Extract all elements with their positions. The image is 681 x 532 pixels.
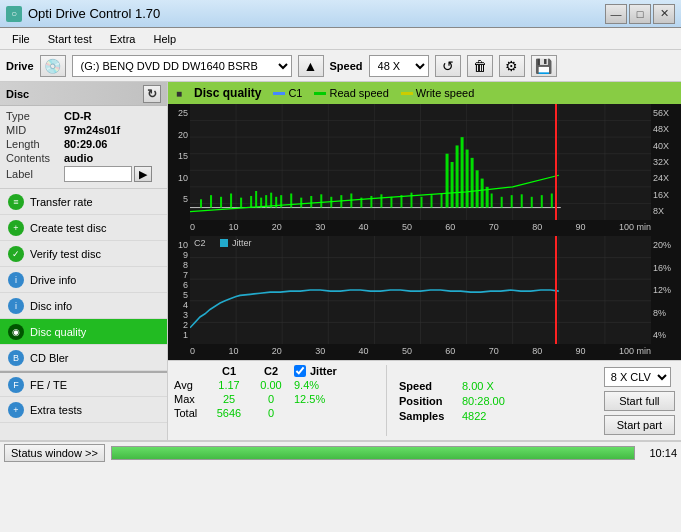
disc-mid-row: MID 97m24s01f bbox=[6, 124, 161, 136]
stats-header-row: C1 C2 Jitter bbox=[174, 365, 374, 377]
settings-button[interactable]: ⚙ bbox=[499, 55, 525, 77]
sidebar-item-verify-test-disc[interactable]: ✓ Verify test disc bbox=[0, 241, 167, 267]
legend-write-dot bbox=[401, 92, 413, 95]
status-bar: Status window >> 10:14 bbox=[0, 440, 681, 464]
svg-rect-28 bbox=[290, 193, 292, 207]
disc-info-icon: i bbox=[8, 298, 24, 314]
sidebar-item-cd-bler[interactable]: B CD Bler bbox=[0, 345, 167, 371]
speed-val: 8.00 X bbox=[462, 380, 494, 392]
drive-select[interactable]: (G:) BENQ DVD DD DW1640 BSRB bbox=[72, 55, 292, 77]
jitter-header: Jitter bbox=[310, 365, 337, 377]
verify-test-disc-label: Verify test disc bbox=[30, 248, 101, 260]
close-button[interactable]: ✕ bbox=[653, 4, 675, 24]
sidebar: Disc ↻ Type CD-R MID 97m24s01f Length 80… bbox=[0, 82, 168, 440]
cd-bler-label: CD Bler bbox=[30, 352, 69, 364]
top-chart-canvas bbox=[190, 104, 651, 220]
bottom-red-line bbox=[555, 236, 557, 344]
maximize-button[interactable]: □ bbox=[629, 4, 651, 24]
main-content: Disc ↻ Type CD-R MID 97m24s01f Length 80… bbox=[0, 82, 681, 440]
sidebar-item-extra-tests[interactable]: + Extra tests bbox=[0, 397, 167, 423]
transfer-rate-icon: ≡ bbox=[8, 194, 24, 210]
svg-rect-54 bbox=[501, 197, 503, 208]
sidebar-item-transfer-rate[interactable]: ≡ Transfer rate bbox=[0, 189, 167, 215]
max-label: Max bbox=[174, 393, 206, 405]
save-button[interactable]: 💾 bbox=[531, 55, 557, 77]
bottom-y-axis: 10 9 8 7 6 5 4 3 2 1 bbox=[168, 236, 190, 344]
transfer-rate-label: Transfer rate bbox=[30, 196, 93, 208]
samples-val: 4822 bbox=[462, 410, 486, 422]
top-x-labels: 0 10 20 30 40 50 60 70 80 90 100 min bbox=[190, 220, 651, 236]
jitter-checkbox[interactable] bbox=[294, 365, 306, 377]
sidebar-item-drive-info[interactable]: i Drive info bbox=[0, 267, 167, 293]
chart-header: ■ Disc quality C1 Read speed Write speed bbox=[168, 82, 681, 104]
refresh-button[interactable]: ↺ bbox=[435, 55, 461, 77]
window-controls: — □ ✕ bbox=[605, 4, 675, 24]
legend-read-label: Read speed bbox=[329, 87, 388, 99]
c2-header: C2 bbox=[252, 365, 290, 377]
samples-label: Samples bbox=[399, 410, 454, 422]
create-test-disc-label: Create test disc bbox=[30, 222, 106, 234]
label-apply-button[interactable]: ▶ bbox=[134, 166, 152, 182]
top-y-axis-right: 56X 48X 40X 32X 24X 16X 8X bbox=[651, 104, 681, 220]
total-row: Total 5646 0 bbox=[174, 407, 374, 419]
menu-start-test[interactable]: Start test bbox=[40, 31, 100, 47]
legend-c1-dot bbox=[273, 92, 285, 95]
svg-rect-44 bbox=[446, 154, 449, 208]
app-title: Opti Drive Control 1.70 bbox=[28, 6, 160, 21]
legend-read: Read speed bbox=[314, 87, 388, 99]
avg-c2: 0.00 bbox=[252, 379, 290, 391]
svg-rect-37 bbox=[380, 194, 382, 207]
legend-c1-label: C1 bbox=[288, 87, 302, 99]
minimize-button[interactable]: — bbox=[605, 4, 627, 24]
svg-rect-31 bbox=[320, 194, 322, 207]
disc-label-input[interactable] bbox=[64, 166, 132, 182]
menu-help[interactable]: Help bbox=[145, 31, 184, 47]
samples-row: Samples 4822 bbox=[399, 410, 519, 422]
speed-select[interactable]: 48 X bbox=[369, 55, 429, 77]
svg-rect-18 bbox=[220, 197, 222, 208]
sidebar-item-disc-quality[interactable]: ◉ Disc quality bbox=[0, 319, 167, 345]
avg-label: Avg bbox=[174, 379, 206, 391]
svg-rect-46 bbox=[456, 145, 459, 207]
extra-tests-icon: + bbox=[8, 402, 24, 418]
create-test-disc-icon: + bbox=[8, 220, 24, 236]
status-window-button[interactable]: Status window >> bbox=[4, 444, 105, 462]
sidebar-item-create-test-disc[interactable]: + Create test disc bbox=[0, 215, 167, 241]
disc-quality-icon: ◉ bbox=[8, 324, 24, 340]
top-chart-svg bbox=[190, 104, 651, 220]
disc-refresh-button[interactable]: ↻ bbox=[143, 85, 161, 103]
start-full-button[interactable]: Start full bbox=[604, 391, 675, 411]
drive-label: Drive bbox=[6, 60, 34, 72]
svg-rect-41 bbox=[421, 197, 423, 208]
svg-rect-59 bbox=[551, 193, 553, 207]
top-red-line bbox=[555, 104, 557, 220]
disc-header: Disc ↻ bbox=[0, 82, 167, 106]
legend-write: Write speed bbox=[401, 87, 475, 99]
sidebar-item-fe-te[interactable]: F FE / TE bbox=[0, 371, 167, 397]
svg-rect-49 bbox=[471, 158, 474, 208]
menu-file[interactable]: File bbox=[4, 31, 38, 47]
status-time: 10:14 bbox=[641, 447, 677, 459]
total-c2: 0 bbox=[252, 407, 290, 419]
length-key: Length bbox=[6, 138, 64, 150]
drive-info-icon: i bbox=[8, 272, 24, 288]
svg-rect-50 bbox=[476, 170, 479, 207]
start-part-button[interactable]: Start part bbox=[604, 415, 675, 435]
chart-title: Disc quality bbox=[194, 86, 261, 100]
max-c2: 0 bbox=[252, 393, 290, 405]
menu-bar: File Start test Extra Help bbox=[0, 28, 681, 50]
type-key: Type bbox=[6, 110, 64, 122]
sidebar-item-disc-info[interactable]: i Disc info bbox=[0, 293, 167, 319]
avg-c1: 1.17 bbox=[210, 379, 248, 391]
menu-extra[interactable]: Extra bbox=[102, 31, 144, 47]
max-row: Max 25 0 12.5% bbox=[174, 393, 374, 405]
clv-select[interactable]: 8 X CLV bbox=[604, 367, 671, 387]
drive-icon-btn[interactable]: 💿 bbox=[40, 55, 66, 77]
mid-val: 97m24s01f bbox=[64, 124, 120, 136]
total-label: Total bbox=[174, 407, 206, 419]
eject-button[interactable]: ▲ bbox=[298, 55, 324, 77]
eraser-button[interactable]: 🗑 bbox=[467, 55, 493, 77]
position-label: Position bbox=[399, 395, 454, 407]
svg-rect-22 bbox=[255, 191, 257, 208]
verify-test-disc-icon: ✓ bbox=[8, 246, 24, 262]
